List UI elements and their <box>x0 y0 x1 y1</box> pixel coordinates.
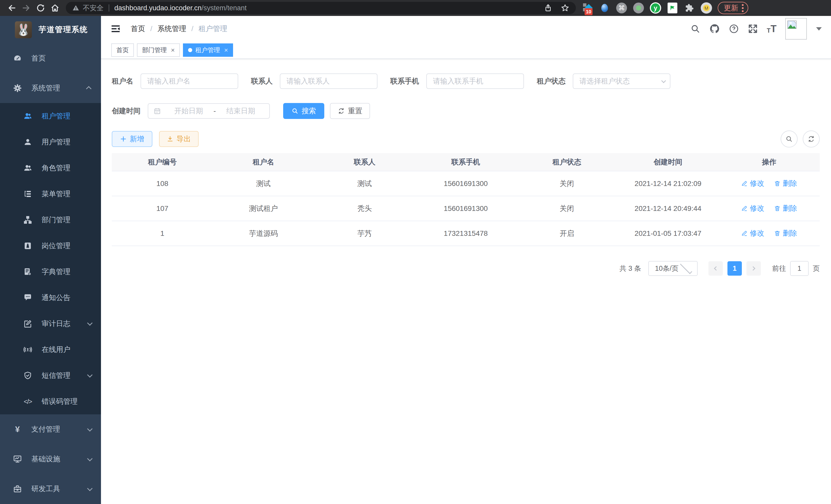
address-bar[interactable]: 不安全 dashboard.yudao.iocoder.cn/system/te… <box>66 2 576 14</box>
delete-link[interactable]: 删除 <box>774 228 797 238</box>
chevron-down-icon <box>87 426 92 431</box>
sidebar-item-post[interactable]: 岗位管理 <box>0 233 101 259</box>
browser-forward-icon[interactable] <box>19 2 33 14</box>
avatar-dropdown-caret-icon[interactable] <box>816 27 822 31</box>
browser-back-icon[interactable] <box>5 2 19 14</box>
edit-link[interactable]: 修改 <box>741 179 764 188</box>
breadcrumb-system[interactable]: 系统管理 <box>157 24 186 34</box>
edit-link[interactable]: 修改 <box>741 228 764 238</box>
org-icon <box>23 215 33 225</box>
user-icon <box>23 138 33 147</box>
share-icon[interactable] <box>541 2 555 14</box>
chrome-update-button[interactable]: 更新 <box>718 2 748 14</box>
tab-dept[interactable]: 部门管理 × <box>137 43 180 57</box>
refresh-button[interactable] <box>803 130 820 147</box>
search-button[interactable]: 搜索 <box>283 103 324 119</box>
browser-reload-icon[interactable] <box>33 2 48 14</box>
sidebar-item-tenant[interactable]: 租户管理 <box>0 103 101 129</box>
browser-home-icon[interactable] <box>48 2 62 14</box>
sidebar-item-dev-tools[interactable]: 研发工具 <box>0 474 101 504</box>
help-icon[interactable] <box>729 24 739 34</box>
extension-command-icon[interactable]: ⌘ <box>615 1 628 14</box>
sidebar-item-sms[interactable]: 短信管理 <box>0 362 101 388</box>
extension-tabs-icon[interactable]: 10 <box>581 1 594 14</box>
github-icon[interactable] <box>709 23 720 34</box>
sidebar-item-dict[interactable]: 字典管理 <box>0 259 101 285</box>
breadcrumb-separator: / <box>150 25 152 33</box>
sidebar-item-online-users[interactable]: 在线用户 <box>0 336 101 362</box>
search-icon[interactable] <box>690 24 700 34</box>
cell-tenant-id: 107 <box>112 196 213 221</box>
date-range-separator: - <box>213 107 216 115</box>
sidebar-item-label: 首页 <box>31 53 46 63</box>
extension-flag-icon[interactable] <box>666 1 679 14</box>
sidebar-item-home[interactable]: 首页 <box>0 43 101 73</box>
export-button[interactable]: 导出 <box>159 131 199 147</box>
fullscreen-icon[interactable] <box>748 24 758 34</box>
chevron-down-icon <box>87 485 92 491</box>
page-size-select[interactable]: 10条/页 <box>648 261 698 276</box>
sidebar-item-notice[interactable]: 通知公告 <box>0 285 101 310</box>
sidebar-item-dept[interactable]: 部门管理 <box>0 207 101 233</box>
extension-balloon-icon[interactable] <box>598 1 611 14</box>
tab-close-icon[interactable]: × <box>224 47 228 53</box>
breadcrumb-separator: / <box>192 25 194 33</box>
create-time-range-picker[interactable]: 开始日期 - 结束日期 <box>148 103 270 119</box>
sidebar-item-system[interactable]: 系统管理 <box>0 73 101 103</box>
not-secure-label[interactable]: 不安全 <box>83 3 104 12</box>
add-button[interactable]: 新增 <box>112 131 152 147</box>
sidebar-logo[interactable]: 🐰 芋道管理系统 <box>0 16 101 43</box>
tab-tenant[interactable]: 租户管理 × <box>183 43 233 57</box>
edit-link[interactable]: 修改 <box>741 203 764 213</box>
goto-page-input[interactable] <box>790 261 809 276</box>
page-1-button[interactable]: 1 <box>727 261 742 276</box>
tab-home[interactable]: 首页 <box>111 43 134 57</box>
end-date-placeholder: 结束日期 <box>218 106 264 116</box>
delete-link[interactable]: 删除 <box>774 179 797 188</box>
status-select[interactable]: 请选择租户状态 <box>573 73 670 89</box>
font-size-icon[interactable]: TT <box>767 24 776 34</box>
sidebar-item-label: 短信管理 <box>41 371 70 380</box>
extension-y-icon[interactable]: y <box>649 1 662 14</box>
app-title: 芋道管理系统 <box>38 24 88 35</box>
user-avatar[interactable] <box>785 18 807 39</box>
col-created: 创建时间 <box>618 153 719 171</box>
browser-menu-icon[interactable] <box>742 4 744 12</box>
reset-button[interactable]: 重置 <box>330 103 370 119</box>
contact-input[interactable] <box>280 73 377 89</box>
profile-avatar-icon[interactable] <box>700 1 713 14</box>
gear-icon <box>12 84 23 93</box>
browser-toolbar: 不安全 dashboard.yudao.iocoder.cn/system/te… <box>0 0 831 16</box>
cell-status: 关闭 <box>516 171 618 196</box>
url-text[interactable]: dashboard.yudao.iocoder.cn/system/tenant <box>114 4 247 12</box>
delete-link[interactable]: 删除 <box>774 203 797 213</box>
breadcrumb-home[interactable]: 首页 <box>131 24 145 34</box>
sidebar-item-role[interactable]: 角色管理 <box>0 155 101 181</box>
contact-label: 联系人 <box>251 76 273 86</box>
sidebar-toggle-icon[interactable] <box>110 23 121 34</box>
cell-created: 2021-12-14 20:49:44 <box>618 196 719 221</box>
cell-mobile: 15601691300 <box>415 196 516 221</box>
extensions-puzzle-icon[interactable] <box>683 1 696 14</box>
cell-mobile: 15601691300 <box>415 171 516 196</box>
sidebar-item-infrastructure[interactable]: 基础设施 <box>0 444 101 474</box>
sidebar-item-audit-log[interactable]: 审计日志 <box>0 310 101 336</box>
next-page-button[interactable] <box>746 261 761 276</box>
tenant-name-input[interactable] <box>141 73 238 89</box>
reset-button-label: 重置 <box>348 106 362 116</box>
sidebar-item-user[interactable]: 用户管理 <box>0 129 101 155</box>
sidebar: 🐰 芋道管理系统 首页 系统管理 租户管理 <box>0 16 101 504</box>
not-secure-warning-icon[interactable] <box>72 4 80 12</box>
bookmark-star-icon[interactable] <box>558 2 572 14</box>
mobile-label: 联系手机 <box>390 76 419 86</box>
tab-close-icon[interactable]: × <box>171 47 175 53</box>
sidebar-item-label: 部门管理 <box>41 215 70 225</box>
mobile-input[interactable] <box>426 73 524 89</box>
prev-page-button[interactable] <box>709 261 723 276</box>
sidebar-item-payment[interactable]: ¥ 支付管理 <box>0 414 101 444</box>
toggle-search-button[interactable] <box>781 130 798 147</box>
extension-recorder-icon[interactable] <box>632 1 645 14</box>
filter-row-2: 创建时间 开始日期 - 结束日期 搜索 重置 <box>112 103 820 119</box>
sidebar-item-menu[interactable]: 菜单管理 <box>0 181 101 207</box>
sidebar-item-error-code[interactable]: </> 错误码管理 <box>0 388 101 414</box>
